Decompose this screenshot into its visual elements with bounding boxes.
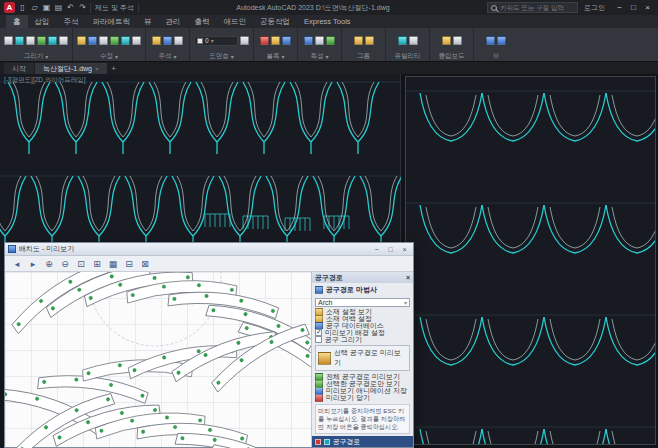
- block-insert-icon[interactable]: [260, 36, 269, 45]
- signin-button[interactable]: 로그인: [581, 3, 608, 13]
- trim-tool-icon[interactable]: [99, 36, 108, 45]
- file-tab-drawing[interactable]: 녹산절단-1.dwg ×: [35, 63, 107, 74]
- mirror-tool-icon[interactable]: [121, 36, 130, 45]
- properties-palette-icon[interactable]: [315, 36, 324, 45]
- viewport-right[interactable]: [405, 76, 656, 445]
- action-save-animation[interactable]: 미리보기 애니메이션 저장: [312, 388, 413, 395]
- chevron-down-icon: ▾: [404, 299, 407, 306]
- ungroup-tool-icon[interactable]: [365, 36, 374, 45]
- viewport-tool-icon[interactable]: [497, 36, 506, 45]
- window-minimize-button[interactable]: −: [371, 244, 382, 254]
- back-icon[interactable]: ◂: [11, 259, 23, 269]
- close-button[interactable]: ×: [641, 2, 654, 14]
- tab-addins[interactable]: 애드인: [217, 15, 254, 28]
- match-properties-icon[interactable]: [304, 36, 313, 45]
- checkbox-checked[interactable]: [315, 329, 322, 336]
- measure-tool-icon[interactable]: [398, 36, 407, 45]
- window-close-button[interactable]: ×: [399, 244, 410, 254]
- search-input[interactable]: [500, 4, 574, 11]
- tab-parametric[interactable]: 파라메트릭: [86, 15, 138, 28]
- block-edit-icon[interactable]: [282, 36, 291, 45]
- option-material-margin[interactable]: 소재 여백 설정: [312, 315, 413, 322]
- ribbon-body: 그리기▾ 수정▾ 주석▾ 0 ▾ 도면층▾: [0, 28, 658, 62]
- rotate-tool-icon[interactable]: [88, 36, 97, 45]
- option-material-view[interactable]: 소재 설정 보기: [312, 308, 413, 315]
- panel-modify: 수정▾: [73, 28, 146, 61]
- block-create-icon[interactable]: [271, 36, 280, 45]
- option-tool-database[interactable]: 공구 데이터베이스: [312, 322, 413, 329]
- polyline-tool-icon[interactable]: [15, 36, 24, 45]
- tab-view[interactable]: 뷰: [137, 15, 159, 28]
- app-menu-button[interactable]: A: [4, 2, 15, 13]
- tab-collaborate[interactable]: 공동작업: [253, 15, 297, 28]
- tab-close-icon[interactable]: ×: [95, 66, 99, 72]
- panel-expand-icon[interactable]: ▾: [281, 53, 284, 60]
- tab-manage[interactable]: 관리: [159, 15, 188, 28]
- paste-icon[interactable]: [442, 36, 451, 45]
- copy-clip-icon[interactable]: [453, 36, 462, 45]
- drawing-canvas-right[interactable]: [406, 77, 655, 444]
- open-icon[interactable]: ▱: [30, 3, 39, 12]
- print-icon[interactable]: ▤: [54, 3, 63, 12]
- new-icon[interactable]: ▯: [18, 3, 27, 12]
- grid-toggle-icon[interactable]: ▦: [107, 259, 119, 269]
- zoom-window-icon[interactable]: ⊡: [75, 259, 87, 269]
- panel-expand-icon[interactable]: ▾: [45, 53, 48, 60]
- maximize-button[interactable]: □: [627, 2, 640, 14]
- file-tab-start[interactable]: 시작: [4, 63, 34, 74]
- group-tool-icon[interactable]: [354, 36, 363, 45]
- viewport-controls[interactable]: [-][평면도][2D 와이어프레임]: [4, 76, 86, 85]
- tab-output[interactable]: 출력: [188, 15, 217, 28]
- redo-icon[interactable]: ↷: [78, 3, 87, 12]
- rectangle-tool-icon[interactable]: [48, 36, 57, 45]
- circle-tool-icon[interactable]: [26, 36, 35, 45]
- text-tool-icon[interactable]: [152, 36, 161, 45]
- forward-icon[interactable]: ▸: [27, 259, 39, 269]
- leader-tool-icon[interactable]: [174, 36, 183, 45]
- minimize-button[interactable]: −: [613, 2, 626, 14]
- measure-icon[interactable]: ⊠: [139, 259, 151, 269]
- line-tool-icon[interactable]: [4, 36, 13, 45]
- dimension-tool-icon[interactable]: [163, 36, 172, 45]
- layer-dropdown[interactable]: 0 ▾: [194, 36, 238, 46]
- panel-expand-icon[interactable]: ▾: [325, 53, 328, 60]
- action-close-preview[interactable]: 미리보기 닫기: [312, 395, 413, 402]
- action-preview-selected[interactable]: 선택한 공구경로만 보기: [312, 381, 413, 388]
- tab-insert[interactable]: 삽입: [28, 15, 57, 28]
- undo-icon[interactable]: ↶: [66, 3, 75, 12]
- save-icon[interactable]: ▣: [42, 3, 51, 12]
- move-tool-icon[interactable]: [77, 36, 86, 45]
- panel-expand-icon[interactable]: ▾: [115, 53, 118, 60]
- toolpath-bottom-tab[interactable]: 공구경로: [312, 436, 413, 447]
- checkbox-unchecked[interactable]: [315, 336, 322, 343]
- zoom-fit-icon[interactable]: ⊞: [91, 259, 103, 269]
- new-tab-button[interactable]: +: [108, 63, 120, 74]
- action-preview-all[interactable]: 전체 공구경로 미리보기: [312, 373, 413, 380]
- tab-express-tools[interactable]: Express Tools: [297, 15, 358, 28]
- panel-expand-icon[interactable]: ▾: [173, 53, 176, 60]
- option-draw-tool[interactable]: 공구 그리기: [312, 336, 413, 343]
- tab-annotate[interactable]: 주석: [57, 15, 86, 28]
- fillet-tool-icon[interactable]: [132, 36, 141, 45]
- margin-icon: [315, 315, 323, 322]
- preview-window-titlebar[interactable]: 배치도 - 미리보기 − □ ×: [5, 243, 413, 256]
- zoom-in-icon[interactable]: ⊕: [43, 259, 55, 269]
- copy-tool-icon[interactable]: [110, 36, 119, 45]
- layers-icon[interactable]: ⊟: [123, 259, 135, 269]
- profile-dropdown[interactable]: Arch ▾: [315, 298, 410, 307]
- color-control-icon[interactable]: [326, 36, 335, 45]
- nesting-canvas[interactable]: [5, 272, 311, 447]
- tab-home[interactable]: 홈: [6, 15, 28, 28]
- panel-expand-icon[interactable]: ▾: [231, 53, 234, 60]
- quick-select-icon[interactable]: [409, 36, 418, 45]
- layer-properties-icon[interactable]: [240, 36, 249, 45]
- primary-preview-button[interactable]: 선택 공구경로 미리보기: [315, 345, 410, 371]
- view-tool-icon[interactable]: [486, 36, 495, 45]
- window-maximize-button[interactable]: □: [385, 244, 396, 254]
- workspace-switcher[interactable]: 제도 및 주석: [90, 3, 139, 13]
- panel-close-icon[interactable]: ×: [406, 274, 410, 281]
- hatch-tool-icon[interactable]: [59, 36, 68, 45]
- zoom-out-icon[interactable]: ⊖: [59, 259, 71, 269]
- option-preview-background[interactable]: 미리보기 배경 설정: [312, 329, 413, 336]
- arc-tool-icon[interactable]: [37, 36, 46, 45]
